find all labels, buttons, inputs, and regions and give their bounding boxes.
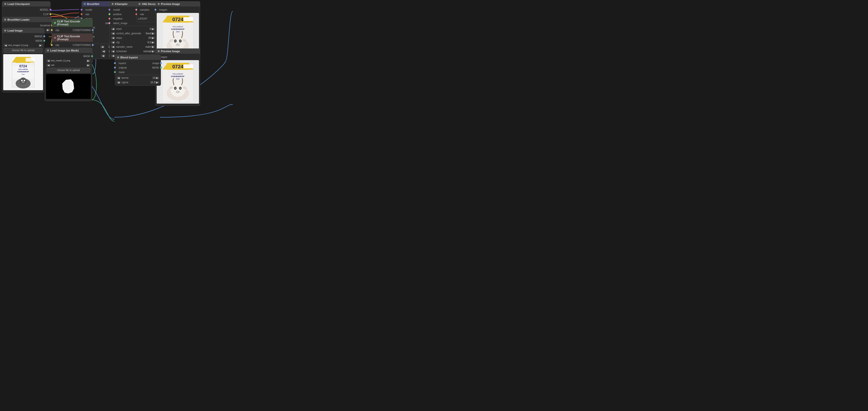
node-dot-3 (4, 30, 6, 32)
bi-original-port[interactable] (114, 67, 116, 69)
prev1-images-port[interactable] (154, 9, 156, 11)
load-mask-body: MASK ◀ test_mask2 (1).png ▶ ◀ red ▶ choo… (45, 53, 92, 101)
ks-sampler-row: ◀ sampler_name euler ▶ (110, 44, 156, 49)
bn-vae-port[interactable] (81, 13, 83, 15)
svg-text:HOLLANDSE: HOLLANDSE (173, 73, 183, 75)
mask-out-label: MASK (36, 39, 42, 42)
bn-start-prev[interactable]: ◀ (102, 50, 106, 53)
bi-mask-in-port[interactable] (114, 71, 116, 73)
bi-sigma-next[interactable]: ▶ (155, 81, 159, 84)
svg-point-26 (175, 40, 176, 42)
bi-kernel-next[interactable]: ▶ (155, 76, 159, 79)
mask-image-row: ◀ test_mask2 (1).png ▶ (45, 58, 92, 63)
ks-seed-next[interactable]: ▶ (151, 28, 155, 30)
ks-sched-val: normal (143, 50, 151, 53)
preview-2-title: Preview Image (161, 50, 180, 53)
bi-kernel-prev[interactable]: ◀ (117, 76, 121, 79)
ks-sampler-prev[interactable]: ◀ (111, 45, 115, 48)
upload-mask-btn[interactable]: choose file to upload (46, 68, 90, 73)
ks-cfg-prev[interactable]: ◀ (111, 41, 115, 44)
prev1-images-row: images (156, 7, 200, 12)
clip-neg-in-label: clip (56, 44, 59, 46)
image-preview: HOLLANDSE KOEIENDROP Zoet 0724 (3, 54, 43, 90)
ks-sampler-val: euler (146, 45, 151, 48)
vd-samples-port[interactable] (135, 9, 137, 11)
svg-point-44 (180, 88, 181, 89)
model-port[interactable] (50, 9, 52, 11)
mask-img-prev[interactable]: ◀ (46, 59, 51, 62)
ks-sched-label: scheduler (116, 50, 127, 53)
brushnet-next-btn[interactable]: ▶ (46, 29, 50, 31)
ks-sampler-label: sampler_name (116, 45, 132, 48)
image-preview-row: HOLLANDSE KOEIENDROP Zoet 0724 (2, 53, 44, 91)
bn-scale-prev[interactable]: ◀ (100, 45, 104, 48)
img-prev-btn[interactable]: ◀ (4, 44, 8, 47)
svg-text:0724: 0724 (19, 64, 27, 68)
svg-point-40 (170, 82, 185, 97)
clip-neg-in-port[interactable] (51, 44, 53, 46)
blend-inpaint-body: inpaint image original MASK mask ◀ kerne… (115, 60, 161, 85)
ks-positive-port[interactable] (108, 13, 111, 15)
brushnet-output-row: brushnet (2, 23, 52, 28)
bi-inpaint-port[interactable] (114, 62, 116, 64)
ks-sampler-next[interactable]: ▶ (151, 45, 155, 48)
svg-text:HOLLANDSS: HOLLANDSS (173, 26, 183, 28)
clip-port[interactable] (50, 13, 52, 15)
ks-steps-prev[interactable]: ◀ (111, 37, 115, 39)
load-checkpoint-header: Load Checkpoint (2, 1, 50, 6)
bi-sigma-prev[interactable]: ◀ (117, 81, 121, 84)
preview-image-2-node: Preview Image images 0724 HOLLANDSE KOEI… (155, 48, 200, 106)
vd-vae-port[interactable] (135, 13, 137, 15)
preview-2-body: images 0724 HOLLANDSE KOEIENDROP Zoet (156, 54, 200, 106)
preview-1-title: Preview Image (161, 2, 180, 5)
ks-cfg-next[interactable]: ▶ (151, 41, 155, 44)
mask-out-row: MASK (45, 54, 92, 58)
mask-channel-row: ◀ red ▶ (45, 63, 92, 67)
mask-image-value: test_mask2 (1).png (51, 59, 86, 62)
ks-ctrl-prev[interactable]: ◀ (111, 32, 115, 35)
image-out-label: IMAGE (35, 35, 42, 38)
ks-sched-next[interactable]: ▶ (151, 50, 155, 53)
load-mask-dot (47, 49, 49, 52)
upload-image-btn[interactable]: choose file to upload (4, 48, 42, 53)
ks-sched-prev[interactable]: ◀ (111, 50, 115, 53)
ks-steps-next[interactable]: ▶ (151, 37, 155, 39)
svg-point-23 (170, 35, 185, 50)
image-file-value: test_image2 (1).png (8, 44, 38, 46)
bn-end-prev[interactable]: ◀ (101, 55, 105, 57)
mask-img-next[interactable]: ▶ (86, 59, 90, 62)
ks-negative-port[interactable] (108, 18, 111, 20)
ks-ctrl-next[interactable]: ▶ (151, 32, 155, 35)
clip-neg-out-port[interactable] (92, 44, 94, 46)
clip-pos-out-port[interactable] (92, 29, 94, 31)
image-file-row: ◀ test_image2 (1).png ▶ (2, 43, 44, 47)
image-out-port[interactable] (43, 35, 45, 37)
img-next-btn[interactable]: ▶ (38, 44, 42, 47)
clip-pos-in-port[interactable] (51, 29, 53, 31)
preview-2-dot (158, 50, 160, 52)
ks-seed-prev[interactable]: ◀ (111, 28, 115, 30)
svg-text:0724: 0724 (172, 64, 183, 69)
svg-point-45 (176, 91, 180, 93)
preview-2-header: Preview Image (156, 49, 200, 54)
upload-btn-row[interactable]: choose file to upload (2, 47, 44, 53)
mask-upload-row[interactable]: choose file to upload (45, 67, 92, 73)
brushnet-loader-header: BrushNet Loader (2, 17, 52, 22)
bn-model-in-port[interactable] (81, 9, 83, 11)
mask-ch-next[interactable]: ▶ (86, 64, 90, 67)
bi-mask-out-port[interactable] (160, 67, 162, 69)
mask-out-port2[interactable] (91, 55, 93, 57)
ks-denoise-prev[interactable]: ◀ (111, 55, 115, 57)
clip-positive-dot (54, 22, 56, 24)
mask-out-port[interactable] (43, 40, 45, 42)
bi-image-out-port[interactable] (160, 62, 162, 64)
clip-positive-header: CLIP Text Encode (Prompt) (52, 19, 93, 27)
mask-svg (47, 75, 90, 98)
ks-latent-in-port[interactable] (108, 22, 111, 24)
clip-negative-title: CLIP Text Encode (Prompt) (57, 35, 91, 41)
ks-model-port[interactable] (108, 9, 111, 11)
ks-cfg-label: cfg (116, 41, 119, 44)
brushnet-title: BrushNet (87, 2, 99, 5)
ks-control-row: ◀ control_after_generate fixed ▶ (110, 31, 156, 36)
mask-ch-prev[interactable]: ◀ (46, 64, 51, 67)
